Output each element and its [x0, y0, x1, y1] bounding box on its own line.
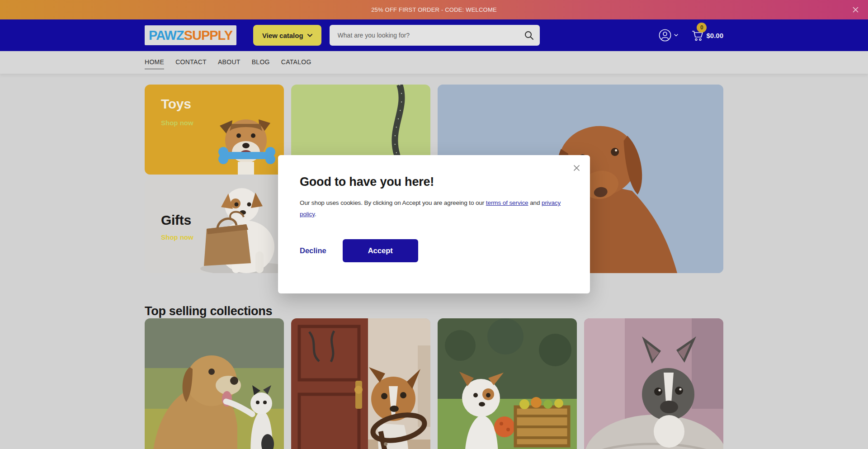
page: 25% OFF FIRST ORDER - CODE: WELCOME PAWZ…	[0, 0, 868, 449]
modal-close-button[interactable]	[569, 161, 584, 175]
decline-button[interactable]: Decline	[300, 246, 326, 255]
modal-body-end: .	[315, 211, 316, 217]
modal-title: Good to have you here!	[300, 175, 568, 189]
modal-actions: Decline Accept	[300, 239, 568, 262]
modal-body: Our shop uses cookies. By clicking on Ac…	[300, 198, 568, 220]
terms-of-service-link[interactable]: terms of service	[486, 199, 528, 206]
modal-body-start: Our shop uses cookies. By clicking on Ac…	[300, 199, 486, 206]
cookie-modal: Good to have you here! Our shop uses coo…	[278, 155, 590, 293]
close-icon	[573, 165, 580, 171]
accept-button[interactable]: Accept	[343, 239, 418, 262]
modal-body-and: and	[528, 199, 542, 206]
